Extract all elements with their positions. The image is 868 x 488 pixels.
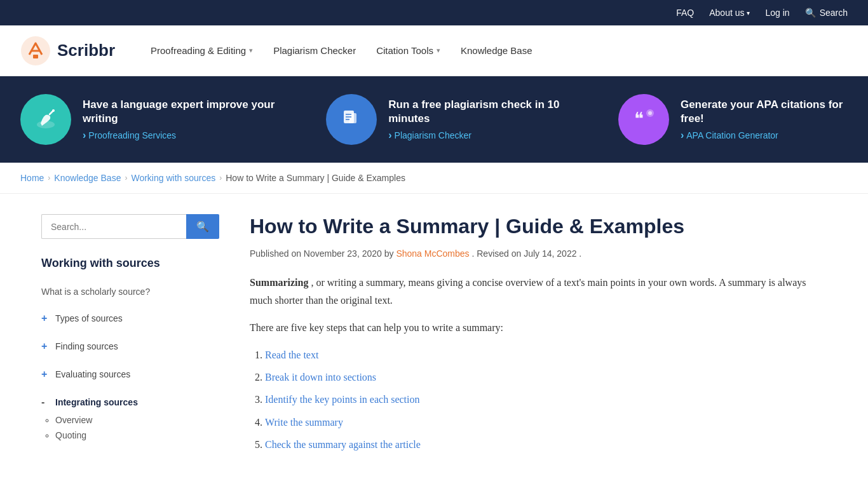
sidebar-menu: What is a scholarly source? + Types of s… bbox=[41, 280, 219, 447]
svg-point-4 bbox=[52, 109, 55, 112]
svg-rect-1 bbox=[33, 55, 38, 58]
banner-item-proofreading: Have a language expert improve your writ… bbox=[20, 94, 288, 145]
about-us-chevron-icon: ▾ bbox=[747, 10, 750, 17]
article-step-1-link[interactable]: Read the text bbox=[265, 349, 318, 360]
article-intro-paragraph: Summarizing , or writing a summary, mean… bbox=[250, 274, 827, 308]
article-step-2: Break it down into sections bbox=[265, 369, 827, 386]
breadcrumb-sep-1: › bbox=[48, 173, 50, 182]
banner-proofreading-icon bbox=[20, 94, 71, 145]
article-body: Summarizing , or writing a summary, mean… bbox=[250, 274, 827, 453]
article-title: How to Write a Summary | Guide & Example… bbox=[250, 214, 827, 238]
article-intro-rest: , or writing a summary, means giving a c… bbox=[250, 277, 806, 305]
main-nav: Scribbr Proofreading & Editing ▾ Plagiar… bbox=[0, 25, 868, 76]
sidebar-finding-section: + Finding sources bbox=[41, 334, 219, 359]
sidebar-types-header[interactable]: + Types of sources bbox=[41, 309, 219, 327]
article-meta: Published on November 23, 2020 by Shona … bbox=[250, 248, 827, 259]
banner-plagiarism-text: Run a free plagiarism check in 10 minute… bbox=[388, 98, 580, 141]
banner-item-citation: ❝ Generate your APA citations for free! … bbox=[618, 94, 848, 145]
banner-proofreading-link[interactable]: Proofreading Services bbox=[83, 130, 288, 141]
faq-link[interactable]: FAQ bbox=[676, 8, 694, 18]
banner-plagiarism-icon bbox=[326, 94, 377, 145]
article-steps-list: Read the text Break it down into section… bbox=[265, 346, 827, 453]
article-bold-word: Summarizing bbox=[250, 277, 308, 288]
sidebar: 🔍 Working with sources What is a scholar… bbox=[41, 214, 219, 458]
article-steps-intro: There are five key steps that can help y… bbox=[250, 319, 827, 336]
banner-citation-icon: ❝ bbox=[618, 94, 669, 145]
article-step-4-link[interactable]: Write the summary bbox=[265, 417, 343, 428]
article-step-1: Read the text bbox=[265, 346, 827, 363]
integrating-toggle-icon: - bbox=[41, 396, 50, 408]
about-us-link[interactable]: About us ▾ bbox=[709, 8, 750, 18]
svg-point-12 bbox=[648, 111, 652, 115]
article-step-3: Identify the key points in each section bbox=[265, 391, 827, 408]
sidebar-finding-header[interactable]: + Finding sources bbox=[41, 337, 219, 355]
types-toggle-icon: + bbox=[41, 313, 50, 324]
breadcrumb-sep-3: › bbox=[219, 173, 222, 182]
nav-citation-tools[interactable]: Citation Tools ▾ bbox=[366, 25, 451, 76]
svg-text:❝: ❝ bbox=[634, 109, 644, 128]
article-step-3-link[interactable]: Identify the key points in each section bbox=[265, 394, 419, 405]
sidebar-integrating-section: - Integrating sources Overview Quoting bbox=[41, 390, 219, 447]
sidebar-section-title: Working with sources bbox=[41, 257, 219, 270]
breadcrumb-current: How to Write a Summary | Guide & Example… bbox=[226, 173, 405, 183]
logo-icon bbox=[20, 36, 51, 66]
top-bar: FAQ About us ▾ Log in 🔍 Search bbox=[0, 0, 868, 25]
nav-plagiarism[interactable]: Plagiarism Checker bbox=[263, 25, 366, 76]
sidebar-types-section: + Types of sources bbox=[41, 306, 219, 331]
finding-toggle-icon: + bbox=[41, 341, 50, 352]
article-publish-date: November 23, 2020 bbox=[304, 248, 382, 259]
search-input[interactable] bbox=[41, 214, 186, 239]
article-step-4: Write the summary bbox=[265, 414, 827, 431]
breadcrumb-home[interactable]: Home bbox=[20, 173, 44, 183]
citation-chevron-icon: ▾ bbox=[437, 46, 440, 55]
sidebar-sub-overview[interactable]: Overview bbox=[55, 412, 219, 428]
evaluating-toggle-icon: + bbox=[41, 369, 50, 380]
proofreading-chevron-icon: ▾ bbox=[249, 46, 253, 55]
search-button[interactable]: 🔍 bbox=[186, 214, 219, 239]
breadcrumb-knowledge-base[interactable]: Knowledge Base bbox=[54, 173, 121, 183]
breadcrumb-sep-2: › bbox=[125, 173, 127, 182]
sidebar-evaluating-section: + Evaluating sources bbox=[41, 362, 219, 387]
logo-text: Scribbr bbox=[57, 41, 115, 60]
article-revised-date: July 14, 2022 bbox=[524, 248, 576, 259]
banner-citation-text: Generate your APA citations for free! AP… bbox=[681, 98, 848, 141]
search-link[interactable]: 🔍 Search bbox=[805, 8, 848, 18]
sidebar-scholarly-source-link[interactable]: What is a scholarly source? bbox=[41, 284, 219, 299]
article-author-link[interactable]: Shona McCombes bbox=[396, 248, 469, 259]
article-step-2-link[interactable]: Break it down into sections bbox=[265, 372, 376, 383]
breadcrumb-working-sources[interactable]: Working with sources bbox=[131, 173, 215, 183]
banner-proofreading-text: Have a language expert improve your writ… bbox=[83, 98, 288, 141]
article-step-5: Check the summary against the article bbox=[265, 436, 827, 453]
logo[interactable]: Scribbr bbox=[20, 36, 115, 66]
sidebar-integrating-header[interactable]: - Integrating sources bbox=[41, 393, 219, 411]
nav-items: Proofreading & Editing ▾ Plagiarism Chec… bbox=[140, 25, 543, 76]
article-step-5-link[interactable]: Check the summary against the article bbox=[265, 439, 421, 450]
sidebar-sub-quoting[interactable]: Quoting bbox=[55, 428, 219, 443]
sidebar-search-area: 🔍 bbox=[41, 214, 219, 239]
sidebar-evaluating-header[interactable]: + Evaluating sources bbox=[41, 365, 219, 383]
nav-knowledge-base[interactable]: Knowledge Base bbox=[451, 25, 543, 76]
search-button-icon: 🔍 bbox=[196, 221, 209, 232]
search-icon: 🔍 bbox=[805, 8, 816, 18]
content-wrapper: 🔍 Working with sources What is a scholar… bbox=[21, 194, 847, 478]
article: How to Write a Summary | Guide & Example… bbox=[250, 214, 827, 458]
banner-citation-link[interactable]: APA Citation Generator bbox=[681, 130, 848, 141]
sidebar-integrating-sub: Overview Quoting bbox=[41, 412, 219, 443]
banner: Have a language expert improve your writ… bbox=[0, 76, 868, 163]
nav-proofreading[interactable]: Proofreading & Editing ▾ bbox=[140, 25, 263, 76]
banner-item-plagiarism: Run a free plagiarism check in 10 minute… bbox=[326, 94, 580, 145]
banner-plagiarism-link[interactable]: Plagiarism Checker bbox=[388, 130, 580, 141]
breadcrumb: Home › Knowledge Base › Working with sou… bbox=[0, 163, 868, 194]
login-link[interactable]: Log in bbox=[765, 8, 789, 18]
